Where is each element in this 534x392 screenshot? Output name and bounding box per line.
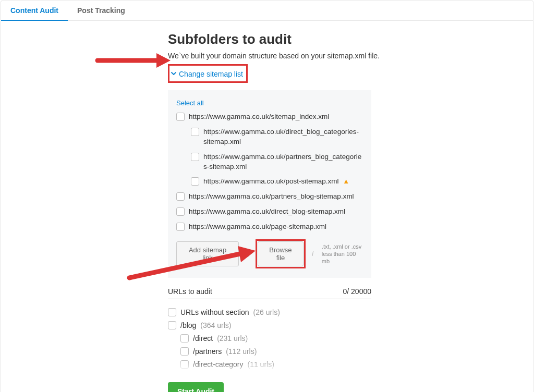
folder-checkbox[interactable] [168,308,176,316]
folder-row: /direct (231 urls) [180,334,371,342]
change-sitemap-label: Change sitemap list [179,70,243,78]
sitemap-item: https://www.gamma.co.uk/direct_blog_cate… [191,127,363,147]
folder-name: URLs without section [180,308,249,316]
sitemap-checkbox[interactable] [191,128,199,136]
browse-file-button[interactable]: Browse file [258,241,304,266]
folder-checkbox[interactable] [168,321,176,329]
highlight-browse-file: Browse file [256,239,306,268]
change-sitemap-toggle[interactable]: Change sitemap list [171,68,243,80]
folder-count: (112 urls) [226,347,257,356]
folder-row: /partners (112 urls) [180,347,371,356]
folder-count: (11 urls) [247,360,274,369]
folder-checkbox[interactable] [180,360,189,369]
folder-name: /partners [193,347,222,356]
folder-list: URLs without section (26 urls) /blog (36… [168,308,371,369]
info-icon: i [312,250,313,258]
page-description: We`ve built your domain structure based … [168,52,533,60]
sitemap-item: https://www.gamma.co.uk/direct_blog-site… [176,207,363,217]
sitemap-checkbox[interactable] [176,207,185,216]
sitemap-checkbox[interactable] [176,113,185,121]
or-label: or [244,250,250,258]
sitemap-item: https://www.gamma.co.uk/sitemap_index.xm… [176,112,363,122]
sitemap-list: https://www.gamma.co.uk/sitemap_index.xm… [176,112,363,232]
sitemap-checkbox[interactable] [176,192,185,201]
folder-name: /direct [193,334,213,342]
start-audit-button[interactable]: Start Audit [168,382,224,392]
tab-content-audit[interactable]: Content Audit [1,1,68,21]
sitemap-url: https://www.gamma.co.uk/partners_blog_ca… [203,152,363,172]
folder-count: (364 urls) [200,321,231,329]
tabs-bar: Content Audit Post Tracking [1,1,533,21]
folder-checkbox[interactable] [180,347,189,356]
chevron-down-icon [171,70,177,78]
tab-post-tracking[interactable]: Post Tracking [68,1,135,20]
sitemap-item: https://www.gamma.co.uk/post-sitemap.xml… [191,177,363,187]
sitemap-url: https://www.gamma.co.uk/page-sitemap.xml [189,222,326,232]
add-sitemap-link-button[interactable]: Add sitemap link [176,241,239,266]
sitemap-url: https://www.gamma.co.uk/post-sitemap.xml… [203,177,349,187]
urls-to-audit-header: URLs to audit 0/ 20000 [168,287,371,299]
folder-row: /blog (364 urls) [168,321,371,329]
urls-count: 0/ 20000 [343,287,372,296]
sitemap-url: https://www.gamma.co.uk/sitemap_index.xm… [189,112,329,122]
page-title: Subfolders to audit [168,31,533,47]
folder-row: /direct-category (11 urls) [180,360,371,369]
sitemap-url: https://www.gamma.co.uk/direct_blog-site… [189,207,345,217]
sitemap-checkbox[interactable] [191,153,199,161]
folder-row: URLs without section (26 urls) [168,308,371,316]
folder-name: /direct-category [193,360,243,369]
highlight-change-sitemap: Change sitemap list [168,64,248,83]
main-content: Subfolders to audit We`ve built your dom… [168,21,533,392]
sitemap-checkbox[interactable] [191,177,199,186]
sitemap-url: https://www.gamma.co.uk/direct_blog_cate… [203,127,363,147]
sitemap-checkbox[interactable] [176,223,185,231]
sitemap-item: https://www.gamma.co.uk/partners_blog-si… [176,192,363,202]
folder-name: /blog [180,321,196,329]
sitemap-actions: Add sitemap link or Browse file i .txt, … [176,239,363,268]
file-hint: .txt, .xml or .csv less than 100 mb [322,243,363,265]
sitemap-item: https://www.gamma.co.uk/partners_blog_ca… [191,152,363,172]
warning-icon: ▲ [343,177,349,185]
sitemap-item: https://www.gamma.co.uk/page-sitemap.xml [176,222,363,232]
annotation-arrow [95,50,171,71]
select-all-link[interactable]: Select all [176,99,204,107]
folder-checkbox[interactable] [180,334,189,342]
folder-count: (231 urls) [217,334,248,342]
urls-label: URLs to audit [168,287,212,296]
sitemap-url: https://www.gamma.co.uk/partners_blog-si… [189,192,354,202]
sitemap-panel: Select all https://www.gamma.co.uk/sitem… [168,90,371,278]
folder-count: (26 urls) [253,308,280,316]
